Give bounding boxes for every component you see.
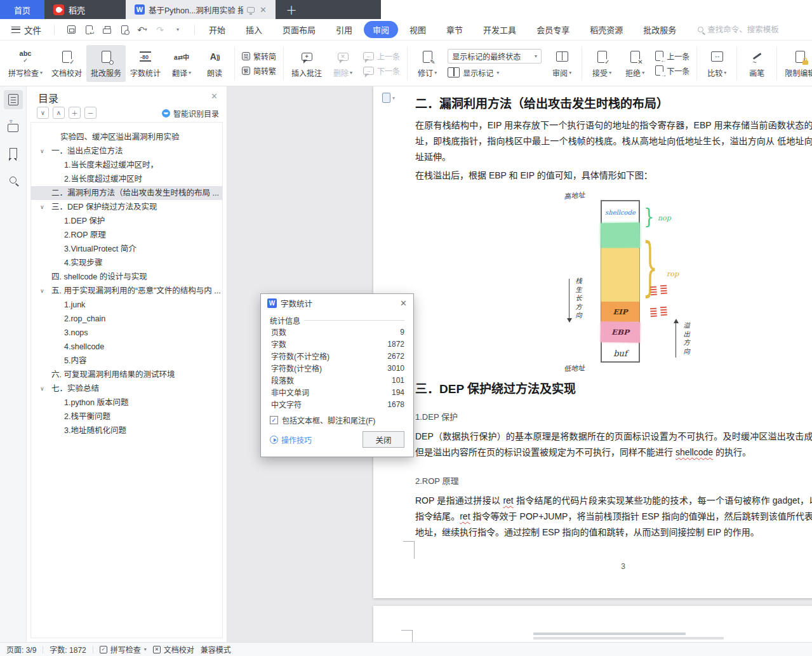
present-mode-icon[interactable] — [247, 7, 255, 13]
menu-tab-3[interactable]: 页面布局 — [274, 21, 324, 38]
ink-button[interactable]: 画笔 — [740, 45, 773, 82]
toc-panel-button[interactable] — [4, 90, 23, 109]
tab-document[interactable]: W 基于Python...洞利用实验 报告 ✕ — [126, 0, 276, 19]
new-tab-button[interactable]: ＋ — [276, 0, 307, 19]
menu-tab-6[interactable]: 视图 — [401, 21, 435, 38]
command-search[interactable] — [698, 25, 809, 34]
toc-item[interactable]: 2.栈平衡问题 — [31, 410, 222, 424]
toc-item[interactable]: ∨三．DEP 保护绕过方法及实现 — [31, 200, 222, 214]
insert-comment-button[interactable]: + 插入批注 — [287, 45, 326, 82]
undo-button[interactable]: ↶▾ — [137, 25, 147, 35]
close-dialog-icon[interactable]: ✕ — [400, 298, 407, 308]
word-count-indicator[interactable]: 字数: 1872 — [50, 644, 86, 655]
chevron-down-icon[interactable]: ∨ — [40, 200, 44, 214]
toc-item[interactable]: 1.当长度未超过缓冲区时， — [31, 158, 222, 172]
document-page-4[interactable] — [373, 606, 812, 642]
file-menu-button[interactable]: 文件 — [0, 23, 50, 36]
translate-button[interactable]: a⇄中 翻译▾ — [165, 45, 198, 82]
search-input[interactable] — [707, 25, 809, 34]
page-quick-menu-button[interactable]: ▾ — [382, 93, 395, 103]
collapse-all-button[interactable]: － — [84, 107, 97, 119]
reject-change-button[interactable]: ✕ 拒绝▾ — [618, 45, 651, 82]
toc-item[interactable]: ∨一．溢出点定位方法 — [31, 144, 222, 158]
track-changes-button[interactable]: ✎ 修订▾ — [411, 45, 444, 82]
redo-button[interactable]: ↷ — [155, 25, 165, 35]
toc-item[interactable]: ∨七．实验总结 — [31, 382, 222, 396]
page-indicator: 页面: 3/9 — [6, 644, 36, 655]
toc-item[interactable]: 四. shellcode 的设计与实现 — [31, 270, 222, 284]
review-service-button[interactable]: 批改服务 — [86, 45, 126, 82]
comments-panel-button[interactable] — [4, 117, 23, 136]
markup-state-select[interactable]: 显示标记的最终状态▾ — [448, 49, 542, 64]
toc-item[interactable]: 1.python 版本问题 — [31, 396, 222, 410]
toc-item[interactable]: 实验四、缓冲区溢出漏洞利用实验 — [31, 130, 222, 144]
menu-tab-4[interactable]: 引用 — [327, 21, 361, 38]
trad-to-simp-button[interactable]: 简繁转简 — [242, 51, 276, 62]
toc-item[interactable]: 2.rop_chain — [31, 312, 222, 326]
restrict-editing-button[interactable]: 限制编辑 — [780, 45, 812, 82]
document-page-3[interactable]: 二．漏洞利用方法（给出攻击发生时栈的布局） 在原有栈结构中，EIP 用来存放下一… — [373, 86, 812, 598]
menu-tab-11[interactable]: 批改服务 — [634, 21, 685, 38]
read-aloud-button[interactable]: A)) 朗读 — [198, 45, 231, 82]
toc-item[interactable]: 3.nops — [31, 326, 222, 340]
toc-item[interactable]: 5.内容 — [31, 354, 222, 368]
expand-all-button[interactable]: ＋ — [69, 107, 81, 119]
simp-char-icon: 繁 — [242, 67, 250, 75]
menu-tab-1[interactable]: 开始 — [200, 21, 234, 38]
word-count-button[interactable]: 字数统计 — [126, 45, 165, 82]
toc-item[interactable]: 3.地址随机化问题 — [31, 424, 222, 438]
toc-item[interactable]: 1.DEP 保护 — [31, 214, 222, 228]
menu-tab-8[interactable]: 开发工具 — [474, 21, 525, 38]
toc-item[interactable]: 3.VirtualProtect 简介 — [31, 242, 222, 256]
chevron-down-icon[interactable]: ∨ — [40, 382, 44, 396]
toc-item[interactable]: ∨五. 用于实现漏洞利用的“恶意”文件的结构与内 ... — [31, 284, 222, 298]
delete-comment-button[interactable]: ✕ 删除▾ — [326, 45, 359, 82]
next-comment-button[interactable]: →下一条 — [363, 65, 400, 76]
tips-link[interactable]: 操作技巧 — [270, 434, 312, 445]
tab-docer[interactable]: 稻壳 — [44, 0, 126, 19]
toc-item[interactable]: 2.当长度超过缓冲区时 — [31, 172, 222, 186]
save-button[interactable] — [66, 25, 76, 35]
toc-item[interactable]: 4.shellcode — [31, 340, 222, 354]
smart-toc-button[interactable]: 智能识别目录 — [162, 108, 219, 119]
toc-item[interactable]: 六. 可复现漏洞利用结果的测试环境 — [31, 368, 222, 382]
next-change-button[interactable]: →下一条 — [655, 65, 689, 76]
toc-item[interactable]: 二．漏洞利用方法（给出攻击发生时栈的布局 ... — [31, 186, 222, 200]
review-pane-button[interactable]: 审阅▾ — [545, 45, 578, 82]
prev-change-button[interactable]: ←上一条 — [655, 51, 689, 62]
export-pdf-button[interactable] — [84, 25, 94, 35]
toc-item[interactable]: 1.junk — [31, 298, 222, 312]
find-panel-button[interactable] — [4, 170, 23, 189]
compare-button[interactable]: 比较▾ — [700, 45, 733, 82]
prev-comment-button[interactable]: ←上一条 — [363, 51, 400, 62]
dialog-title-bar[interactable]: W 字数统计 ✕ — [261, 294, 413, 312]
close-panel-icon[interactable]: ✕ — [211, 91, 218, 101]
include-footnotes-checkbox[interactable]: ✓ 包括文本框、脚注和尾注(F) — [270, 415, 404, 425]
chevron-down-icon[interactable]: ∨ — [40, 144, 44, 158]
spell-check-toggle[interactable]: ✓ 拼写检查▾ — [100, 644, 147, 655]
proofing-toggle[interactable]: ✕ 文档校对 — [153, 644, 194, 655]
expand-down-button[interactable]: ∨ — [37, 107, 49, 119]
simp-to-trad-button[interactable]: 繁简转繁 — [242, 65, 276, 76]
document-proofing-button[interactable]: ✓ 文档校对 — [47, 45, 86, 82]
show-markup-button[interactable]: 显示标记▾ — [448, 67, 542, 78]
print-button[interactable] — [102, 25, 112, 35]
close-button[interactable]: 关闭 — [363, 431, 404, 448]
toc-item[interactable]: 2.ROP 原理 — [31, 228, 222, 242]
toc-item[interactable]: 4.实现步骤 — [31, 256, 222, 270]
collapse-toolbar-icon[interactable]: ▾ — [173, 25, 183, 35]
tab-home[interactable]: 首页 — [0, 0, 44, 19]
menu-tab-7[interactable]: 章节 — [437, 21, 472, 38]
menu-tab-2[interactable]: 插入 — [237, 21, 271, 38]
spell-check-button[interactable]: abc✓ 拼写检查▾ — [4, 45, 47, 82]
divider — [582, 46, 582, 81]
menu-tab-5[interactable]: 审阅 — [364, 21, 398, 38]
close-tab-icon[interactable]: ✕ — [258, 5, 267, 15]
bookmark-panel-button[interactable] — [4, 144, 23, 163]
menu-tab-9[interactable]: 会员专享 — [528, 21, 578, 38]
print-preview-button[interactable] — [119, 25, 130, 35]
chevron-down-icon[interactable]: ∨ — [40, 284, 44, 298]
accept-change-button[interactable]: ✓ 接受▾ — [585, 45, 618, 82]
menu-tab-10[interactable]: 稻壳资源 — [581, 21, 632, 38]
collapse-up-button[interactable]: ∧ — [53, 107, 65, 119]
